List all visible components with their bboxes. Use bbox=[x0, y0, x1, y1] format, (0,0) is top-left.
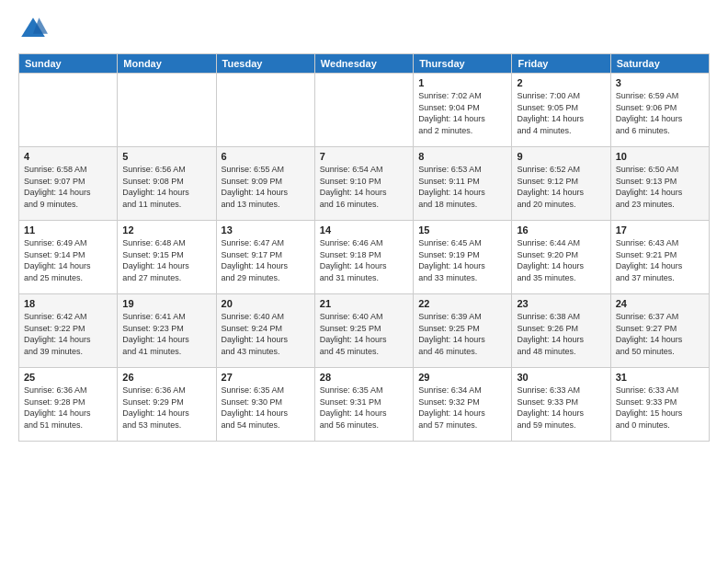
day-number: 4 bbox=[24, 151, 112, 162]
table-row: 21Sunrise: 6:40 AM Sunset: 9:25 PM Dayli… bbox=[314, 294, 413, 368]
day-number: 22 bbox=[418, 298, 506, 309]
table-row: 20Sunrise: 6:40 AM Sunset: 9:24 PM Dayli… bbox=[216, 294, 314, 368]
day-info: Sunrise: 6:40 AM Sunset: 9:25 PM Dayligh… bbox=[320, 311, 408, 357]
table-row: 22Sunrise: 6:39 AM Sunset: 9:25 PM Dayli… bbox=[414, 294, 512, 368]
col-wednesday: Wednesday bbox=[314, 54, 413, 74]
table-row: 8Sunrise: 6:53 AM Sunset: 9:11 PM Daylig… bbox=[414, 147, 512, 221]
day-info: Sunrise: 6:40 AM Sunset: 9:24 PM Dayligh… bbox=[222, 311, 310, 357]
day-info: Sunrise: 6:34 AM Sunset: 9:32 PM Dayligh… bbox=[418, 385, 506, 431]
day-number: 19 bbox=[122, 298, 210, 309]
day-number: 24 bbox=[616, 298, 704, 309]
day-info: Sunrise: 6:38 AM Sunset: 9:26 PM Dayligh… bbox=[517, 311, 605, 357]
day-number: 2 bbox=[517, 77, 605, 88]
table-row: 25Sunrise: 6:36 AM Sunset: 9:28 PM Dayli… bbox=[19, 368, 118, 442]
table-row: 9Sunrise: 6:52 AM Sunset: 9:12 PM Daylig… bbox=[512, 147, 610, 221]
calendar-week-row: 11Sunrise: 6:49 AM Sunset: 9:14 PM Dayli… bbox=[19, 221, 710, 294]
calendar-week-row: 25Sunrise: 6:36 AM Sunset: 9:28 PM Dayli… bbox=[19, 368, 710, 442]
day-info: Sunrise: 6:54 AM Sunset: 9:10 PM Dayligh… bbox=[320, 164, 408, 210]
day-info: Sunrise: 6:35 AM Sunset: 9:31 PM Dayligh… bbox=[320, 385, 408, 431]
day-info: Sunrise: 6:42 AM Sunset: 9:22 PM Dayligh… bbox=[24, 311, 112, 357]
table-row: 15Sunrise: 6:45 AM Sunset: 9:19 PM Dayli… bbox=[414, 221, 512, 294]
day-number: 17 bbox=[616, 224, 704, 236]
day-number: 11 bbox=[24, 224, 112, 236]
calendar-week-row: 4Sunrise: 6:58 AM Sunset: 9:07 PM Daylig… bbox=[19, 147, 710, 221]
day-info: Sunrise: 6:33 AM Sunset: 9:33 PM Dayligh… bbox=[517, 385, 605, 431]
day-number: 29 bbox=[418, 372, 506, 383]
day-number: 28 bbox=[320, 372, 408, 383]
day-info: Sunrise: 7:02 AM Sunset: 9:04 PM Dayligh… bbox=[418, 90, 506, 136]
table-row: 29Sunrise: 6:34 AM Sunset: 9:32 PM Dayli… bbox=[414, 368, 512, 442]
day-number: 16 bbox=[517, 224, 605, 236]
calendar-table: Sunday Monday Tuesday Wednesday Thursday… bbox=[18, 53, 710, 442]
table-row: 11Sunrise: 6:49 AM Sunset: 9:14 PM Dayli… bbox=[19, 221, 118, 294]
day-number: 26 bbox=[122, 372, 210, 383]
day-info: Sunrise: 7:00 AM Sunset: 9:05 PM Dayligh… bbox=[517, 90, 605, 136]
day-number: 25 bbox=[24, 372, 112, 383]
day-number: 15 bbox=[418, 224, 506, 236]
day-number: 8 bbox=[418, 151, 506, 162]
day-info: Sunrise: 6:37 AM Sunset: 9:27 PM Dayligh… bbox=[616, 311, 704, 357]
page: Sunday Monday Tuesday Wednesday Thursday… bbox=[0, 0, 728, 563]
calendar-week-row: 18Sunrise: 6:42 AM Sunset: 9:22 PM Dayli… bbox=[19, 294, 710, 368]
day-number: 14 bbox=[320, 224, 408, 236]
day-number: 20 bbox=[222, 298, 310, 309]
day-number: 7 bbox=[320, 151, 408, 162]
table-row: 31Sunrise: 6:33 AM Sunset: 9:33 PM Dayli… bbox=[610, 368, 709, 442]
day-number: 23 bbox=[517, 298, 605, 309]
table-row bbox=[216, 74, 314, 147]
day-info: Sunrise: 6:36 AM Sunset: 9:29 PM Dayligh… bbox=[122, 385, 210, 431]
day-number: 5 bbox=[122, 151, 210, 162]
table-row: 17Sunrise: 6:43 AM Sunset: 9:21 PM Dayli… bbox=[610, 221, 709, 294]
table-row: 26Sunrise: 6:36 AM Sunset: 9:29 PM Dayli… bbox=[118, 368, 216, 442]
day-number: 27 bbox=[222, 372, 310, 383]
day-info: Sunrise: 6:55 AM Sunset: 9:09 PM Dayligh… bbox=[222, 164, 310, 210]
table-row: 2Sunrise: 7:00 AM Sunset: 9:05 PM Daylig… bbox=[512, 74, 610, 147]
day-number: 30 bbox=[517, 372, 605, 383]
table-row: 19Sunrise: 6:41 AM Sunset: 9:23 PM Dayli… bbox=[118, 294, 216, 368]
day-info: Sunrise: 6:56 AM Sunset: 9:08 PM Dayligh… bbox=[122, 164, 210, 210]
header bbox=[18, 15, 710, 44]
logo bbox=[18, 15, 51, 44]
day-number: 1 bbox=[418, 77, 506, 88]
table-row bbox=[118, 74, 216, 147]
day-info: Sunrise: 6:46 AM Sunset: 9:18 PM Dayligh… bbox=[320, 237, 408, 283]
day-number: 9 bbox=[517, 151, 605, 162]
calendar-header-row: Sunday Monday Tuesday Wednesday Thursday… bbox=[19, 54, 710, 74]
col-tuesday: Tuesday bbox=[216, 54, 314, 74]
day-number: 13 bbox=[222, 224, 310, 236]
day-info: Sunrise: 6:52 AM Sunset: 9:12 PM Dayligh… bbox=[517, 164, 605, 210]
table-row: 10Sunrise: 6:50 AM Sunset: 9:13 PM Dayli… bbox=[610, 147, 709, 221]
day-number: 21 bbox=[320, 298, 408, 309]
day-info: Sunrise: 6:36 AM Sunset: 9:28 PM Dayligh… bbox=[24, 385, 112, 431]
table-row: 24Sunrise: 6:37 AM Sunset: 9:27 PM Dayli… bbox=[610, 294, 709, 368]
table-row: 14Sunrise: 6:46 AM Sunset: 9:18 PM Dayli… bbox=[314, 221, 413, 294]
day-info: Sunrise: 6:59 AM Sunset: 9:06 PM Dayligh… bbox=[616, 90, 704, 136]
col-saturday: Saturday bbox=[610, 54, 709, 74]
day-info: Sunrise: 6:47 AM Sunset: 9:17 PM Dayligh… bbox=[222, 237, 310, 283]
day-info: Sunrise: 6:35 AM Sunset: 9:30 PM Dayligh… bbox=[222, 385, 310, 431]
col-monday: Monday bbox=[118, 54, 216, 74]
day-info: Sunrise: 6:58 AM Sunset: 9:07 PM Dayligh… bbox=[24, 164, 112, 210]
logo-icon bbox=[18, 15, 48, 44]
day-number: 10 bbox=[616, 151, 704, 162]
col-sunday: Sunday bbox=[19, 54, 118, 74]
day-info: Sunrise: 6:39 AM Sunset: 9:25 PM Dayligh… bbox=[418, 311, 506, 357]
table-row: 4Sunrise: 6:58 AM Sunset: 9:07 PM Daylig… bbox=[19, 147, 118, 221]
day-number: 18 bbox=[24, 298, 112, 309]
day-info: Sunrise: 6:33 AM Sunset: 9:33 PM Dayligh… bbox=[616, 385, 704, 431]
table-row: 18Sunrise: 6:42 AM Sunset: 9:22 PM Dayli… bbox=[19, 294, 118, 368]
table-row: 5Sunrise: 6:56 AM Sunset: 9:08 PM Daylig… bbox=[118, 147, 216, 221]
table-row bbox=[19, 74, 118, 147]
day-info: Sunrise: 6:49 AM Sunset: 9:14 PM Dayligh… bbox=[24, 237, 112, 283]
day-info: Sunrise: 6:48 AM Sunset: 9:15 PM Dayligh… bbox=[122, 237, 210, 283]
table-row: 27Sunrise: 6:35 AM Sunset: 9:30 PM Dayli… bbox=[216, 368, 314, 442]
table-row: 12Sunrise: 6:48 AM Sunset: 9:15 PM Dayli… bbox=[118, 221, 216, 294]
day-info: Sunrise: 6:45 AM Sunset: 9:19 PM Dayligh… bbox=[418, 237, 506, 283]
day-info: Sunrise: 6:41 AM Sunset: 9:23 PM Dayligh… bbox=[122, 311, 210, 357]
day-number: 3 bbox=[616, 77, 704, 88]
table-row: 3Sunrise: 6:59 AM Sunset: 9:06 PM Daylig… bbox=[610, 74, 709, 147]
table-row: 16Sunrise: 6:44 AM Sunset: 9:20 PM Dayli… bbox=[512, 221, 610, 294]
day-info: Sunrise: 6:43 AM Sunset: 9:21 PM Dayligh… bbox=[616, 237, 704, 283]
day-info: Sunrise: 6:50 AM Sunset: 9:13 PM Dayligh… bbox=[616, 164, 704, 210]
day-number: 12 bbox=[122, 224, 210, 236]
